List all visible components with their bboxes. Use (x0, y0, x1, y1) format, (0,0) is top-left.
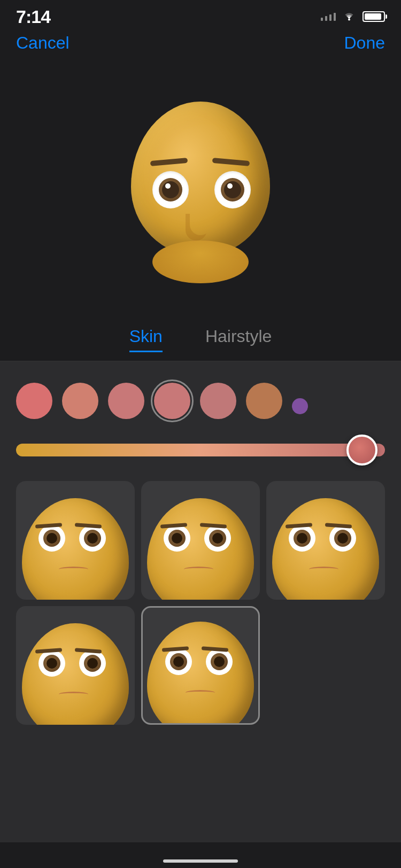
svg-point-0 (348, 19, 350, 21)
swatches-row (16, 377, 385, 430)
eye-left (152, 171, 189, 208)
tabs-section: Skin Hairstyle (0, 318, 401, 361)
swatch-4-selected[interactable] (154, 383, 190, 419)
status-bar: 7:14 (0, 0, 401, 29)
wifi-icon (341, 9, 357, 24)
memoji-face (120, 96, 281, 289)
pupil-left (162, 181, 179, 198)
memoji-preview (0, 61, 401, 318)
pupil-right (224, 181, 241, 198)
home-indicator (163, 859, 238, 863)
face-option-2[interactable] (141, 481, 260, 600)
status-time: 7:14 (16, 6, 50, 27)
iris-right (221, 178, 244, 201)
signal-icon (321, 13, 336, 21)
swatch-6[interactable] (246, 383, 282, 419)
face-option-3[interactable] (266, 481, 385, 600)
swatch-2[interactable] (62, 383, 98, 419)
face-inner-5 (143, 608, 258, 723)
slider-track (16, 444, 385, 456)
faces-grid (16, 481, 385, 725)
nav-bar: Cancel Done (0, 29, 401, 61)
face-option-1[interactable] (16, 481, 135, 600)
face-inner-2 (141, 481, 260, 600)
swatch-3[interactable] (108, 383, 144, 419)
tab-skin[interactable]: Skin (129, 327, 163, 352)
status-icons (321, 9, 385, 24)
battery-icon (363, 11, 385, 22)
chin (152, 241, 249, 283)
tab-hairstyle[interactable]: Hairstyle (205, 327, 272, 352)
slider-thumb[interactable] (346, 435, 377, 466)
done-button[interactable]: Done (344, 33, 385, 53)
iris-left (159, 178, 182, 201)
face-inner-3 (266, 481, 385, 600)
face-option-5-selected[interactable] (141, 606, 260, 725)
face-inner-1 (16, 481, 135, 600)
face-option-4[interactable] (16, 606, 135, 725)
swatch-5[interactable] (200, 383, 236, 419)
tabs-row: Skin Hairstyle (0, 327, 401, 361)
swatch-1[interactable] (16, 383, 52, 419)
cancel-button[interactable]: Cancel (16, 33, 70, 53)
nose (190, 208, 211, 235)
face-inner-4 (16, 606, 135, 725)
content-area (0, 361, 401, 842)
skin-tone-slider[interactable] (16, 435, 385, 465)
eye-right (214, 171, 251, 208)
swatch-7[interactable] (292, 398, 308, 414)
